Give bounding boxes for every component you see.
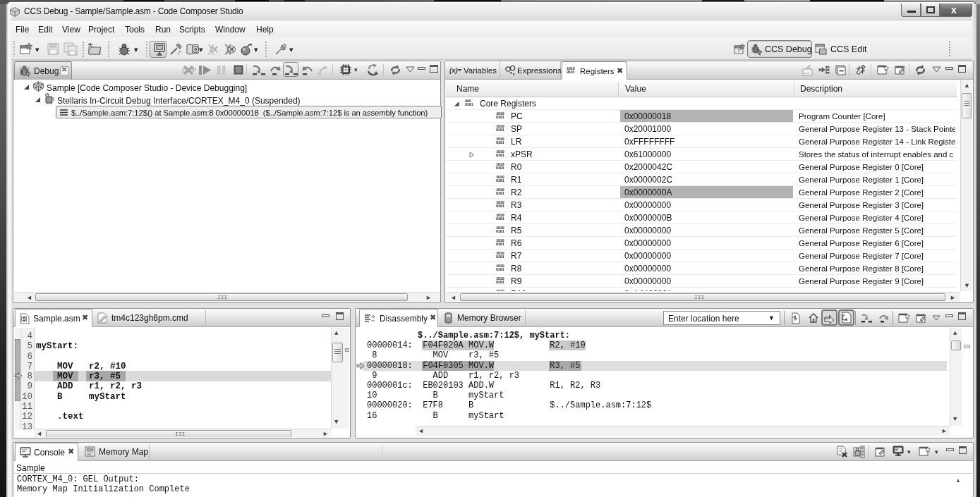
svg-text:S: S <box>23 317 26 321</box>
